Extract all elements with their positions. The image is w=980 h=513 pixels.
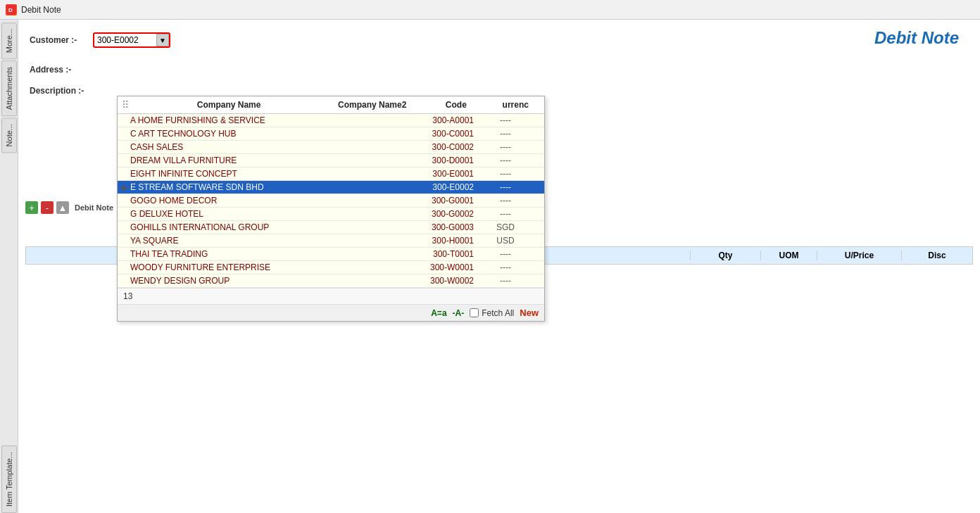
cell-company-name: WENDY DESIGN GROUP bbox=[130, 276, 312, 286]
cell-code: 300-C0001 bbox=[410, 129, 481, 139]
cell-currency: ---- bbox=[481, 209, 530, 219]
cell-currency: ---- bbox=[481, 249, 530, 259]
col-uprice: U/Price bbox=[817, 251, 902, 260]
left-toolbar: More... Attachments Note... Item Templat… bbox=[0, 20, 18, 513]
dropdown-list: A HOME FURNISHING & SERVICE300-A0001----… bbox=[118, 114, 544, 288]
customer-row: Customer :- ▼ bbox=[30, 32, 969, 48]
tab-attachments[interactable]: Attachments bbox=[1, 61, 17, 116]
list-item[interactable]: THAI TEA TRADING300-T0001---- bbox=[118, 248, 544, 261]
cell-company-name: GOGO HOME DECOR bbox=[130, 196, 312, 205]
main-container: More... Attachments Note... Item Templat… bbox=[0, 20, 980, 513]
description-row: Description :- bbox=[30, 86, 969, 96]
fetch-all-checkbox[interactable] bbox=[470, 308, 479, 317]
customer-dropdown-wrapper: ▼ bbox=[93, 32, 170, 48]
cell-currency: ---- bbox=[481, 276, 530, 286]
cell-currency: ---- bbox=[481, 262, 530, 272]
list-item[interactable]: GOGO HOME DECOR300-G0001---- bbox=[118, 194, 544, 208]
debit-note-label: Debit Note bbox=[75, 203, 113, 212]
cell-company-name: C ART TECHNOLOGY HUB bbox=[130, 129, 312, 139]
cell-currency: ---- bbox=[481, 182, 530, 192]
cell-code: 300-G0003 bbox=[410, 222, 481, 232]
list-item[interactable]: WENDY DESIGN GROUP300-W0002---- bbox=[118, 274, 544, 288]
list-item[interactable]: C ART TECHNOLOGY HUB300-C0001---- bbox=[118, 127, 544, 141]
description-label: Description :- bbox=[30, 86, 93, 96]
list-item[interactable]: A HOME FURNISHING & SERVICE300-A0001---- bbox=[118, 114, 544, 127]
customer-label: Customer :- bbox=[30, 35, 93, 45]
cell-currency: ---- bbox=[481, 115, 530, 125]
list-item[interactable]: DREAM VILLA FURNITURE300-D0001---- bbox=[118, 154, 544, 167]
cell-company-name: A HOME FURNISHING & SERVICE bbox=[130, 115, 312, 125]
cell-code: 300-A0001 bbox=[410, 115, 481, 125]
cell-company-name: EIGHT INFINITE CONCEPT bbox=[130, 169, 312, 179]
cell-code: 300-D0001 bbox=[410, 156, 481, 165]
content-area: Debit Note Customer :- ▼ Address :- Desc… bbox=[18, 20, 980, 513]
cell-company-name: CASH SALES bbox=[130, 142, 312, 152]
move-up-button[interactable]: ▲ bbox=[56, 201, 69, 214]
customer-input[interactable] bbox=[93, 32, 170, 48]
cell-code: 300-G0002 bbox=[410, 209, 481, 219]
col-disc: Disc bbox=[902, 251, 972, 260]
list-item[interactable]: EIGHT INFINITE CONCEPT300-E0001---- bbox=[118, 167, 544, 181]
tab-note[interactable]: Note... bbox=[1, 118, 17, 153]
col-qty: Qty bbox=[691, 251, 761, 260]
svg-text:D: D bbox=[8, 7, 13, 13]
add-item-button[interactable]: + bbox=[25, 201, 38, 214]
cell-company-name: GOHILLS INTERNATIONAL GROUP bbox=[130, 222, 312, 232]
cell-code: 300-G0001 bbox=[410, 196, 481, 205]
tab-more[interactable]: More... bbox=[1, 23, 17, 59]
cell-code: 300-E0001 bbox=[410, 169, 481, 179]
new-button[interactable]: New bbox=[520, 308, 539, 318]
page-title: Debit Note bbox=[874, 28, 959, 48]
item-toolbar: + - ▲ Debit Note bbox=[25, 201, 113, 214]
cell-company-name: E STREAM SOFTWARE SDN BHD bbox=[130, 182, 312, 192]
list-item[interactable]: GOHILLS INTERNATIONAL GROUP300-G0003SGD bbox=[118, 221, 544, 234]
list-item[interactable]: WOODY FURNITURE ENTERPRISE300-W0001---- bbox=[118, 261, 544, 274]
footer-dash: -A- bbox=[453, 308, 465, 318]
cell-company-name: G DELUXE HOTEL bbox=[130, 209, 312, 219]
col-header-company-name2: Company Name2 bbox=[323, 100, 421, 110]
dropdown-footer-actions: A=a -A- Fetch All New bbox=[118, 304, 544, 321]
cell-company-name: THAI TEA TRADING bbox=[130, 249, 312, 259]
app-icon: D bbox=[6, 4, 17, 15]
cell-company-name: WOODY FURNITURE ENTERPRISE bbox=[130, 262, 312, 272]
cell-code: 300-W0002 bbox=[410, 276, 481, 286]
cell-code: 300-E0002 bbox=[410, 182, 481, 192]
cell-currency: ---- bbox=[481, 156, 530, 165]
row-arrow: ▶ bbox=[122, 183, 130, 192]
address-row: Address :- bbox=[30, 65, 969, 75]
list-item[interactable]: YA SQUARE300-H0001USD bbox=[118, 234, 544, 248]
title-bar: D Debit Note bbox=[0, 0, 980, 20]
col-header-code: Code bbox=[421, 100, 491, 110]
fetch-all-label: Fetch All bbox=[470, 308, 514, 318]
remove-item-button[interactable]: - bbox=[41, 201, 54, 214]
cell-company-name: DREAM VILLA FURNITURE bbox=[130, 156, 312, 165]
cell-currency: SGD bbox=[481, 222, 530, 232]
dropdown-footer-count: 13 bbox=[118, 288, 544, 304]
cell-company-name: YA SQUARE bbox=[130, 236, 312, 246]
cell-code: 300-C0002 bbox=[410, 142, 481, 152]
footer-aea-button[interactable]: A=a bbox=[431, 308, 446, 318]
tab-item-template[interactable]: Item Template... bbox=[1, 445, 17, 513]
dropdown-header: ⠿ Company Name Company Name2 Code urrenc bbox=[118, 96, 544, 114]
address-label: Address :- bbox=[30, 65, 93, 75]
customer-dropdown-popup: ⠿ Company Name Company Name2 Code urrenc… bbox=[117, 96, 545, 322]
cell-currency: ---- bbox=[481, 169, 530, 179]
cell-code: 300-H0001 bbox=[410, 236, 481, 246]
cell-currency: USD bbox=[481, 236, 530, 246]
resize-handle[interactable]: ⠿ bbox=[122, 99, 129, 110]
cell-currency: ---- bbox=[481, 196, 530, 205]
col-header-currency: urrenc bbox=[491, 100, 540, 110]
fetch-all-text: Fetch All bbox=[482, 308, 514, 318]
list-item[interactable]: G DELUXE HOTEL300-G0002---- bbox=[118, 208, 544, 221]
cell-code: 300-T0001 bbox=[410, 249, 481, 259]
list-item[interactable]: ▶E STREAM SOFTWARE SDN BHD300-E0002---- bbox=[118, 181, 544, 194]
cell-currency: ---- bbox=[481, 129, 530, 139]
col-header-company-name: Company Name bbox=[134, 100, 323, 110]
cell-code: 300-W0001 bbox=[410, 262, 481, 272]
col-uom: UOM bbox=[761, 251, 817, 260]
list-item[interactable]: CASH SALES300-C0002---- bbox=[118, 141, 544, 154]
app-title: Debit Note bbox=[21, 5, 61, 15]
cell-currency: ---- bbox=[481, 142, 530, 152]
